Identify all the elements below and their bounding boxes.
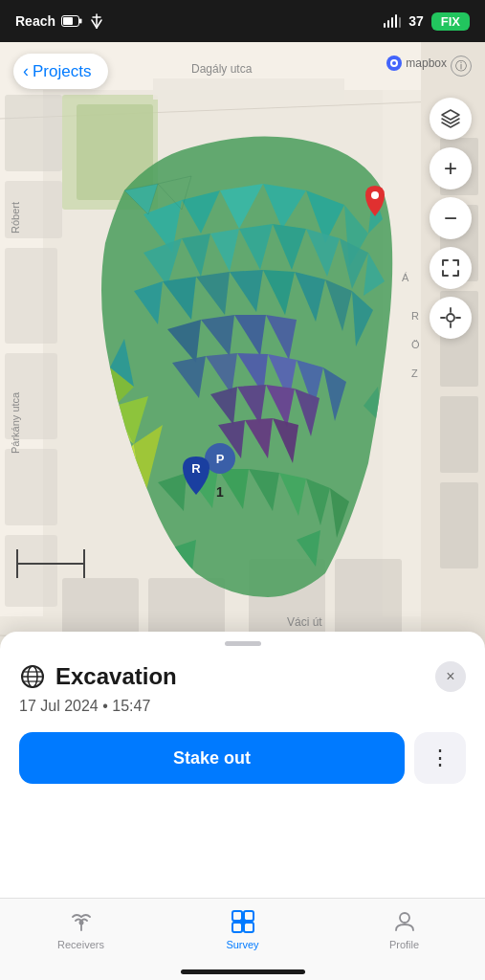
- marker-1: 1: [216, 484, 224, 500]
- map-svg: Dagály utca Róbert Párkány utca Váci út …: [0, 42, 485, 674]
- zoom-out-button[interactable]: −: [430, 197, 472, 239]
- back-label: Projects: [33, 62, 91, 81]
- profile-tab-label: Profile: [389, 939, 419, 950]
- svg-text:R: R: [411, 310, 419, 322]
- status-left: Reach: [15, 12, 105, 30]
- excavation-icon: [19, 663, 46, 690]
- map-container[interactable]: Dagály utca Róbert Párkány utca Váci út …: [0, 42, 485, 674]
- svg-text:1: 1: [216, 484, 224, 500]
- mapbox-label: mapbox: [406, 56, 447, 70]
- svg-point-132: [400, 913, 409, 923]
- antenna-icon: [88, 12, 105, 30]
- profile-tab-icon: [391, 908, 418, 935]
- svg-rect-126: [244, 911, 254, 921]
- app-name: Reach: [15, 13, 55, 29]
- signal-count: 37: [408, 13, 424, 29]
- svg-text:Z: Z: [411, 368, 418, 379]
- svg-text:Váci út: Váci út: [287, 615, 322, 629]
- svg-rect-2: [79, 19, 82, 24]
- svg-rect-33: [335, 559, 402, 635]
- frame-icon: [440, 257, 461, 278]
- panel-content: Excavation × 17 Jul 2024 • 15:47 Stake o…: [0, 646, 485, 784]
- fit-bounds-button[interactable]: [430, 247, 472, 289]
- svg-rect-23: [153, 78, 344, 100]
- more-icon: ⋮: [430, 746, 451, 770]
- panel-title: Excavation: [55, 663, 177, 690]
- layers-icon: [440, 108, 461, 129]
- stake-out-button[interactable]: Stake out: [19, 732, 405, 784]
- home-indicator: [181, 969, 305, 974]
- svg-point-113: [447, 314, 454, 322]
- status-bar: Reach 37 FIX: [0, 0, 485, 42]
- location-icon: [440, 307, 461, 328]
- map-controls: + −: [430, 98, 472, 339]
- svg-text:P: P: [216, 452, 225, 466]
- fix-badge: FIX: [431, 12, 470, 31]
- svg-rect-28: [440, 396, 478, 473]
- svg-rect-15: [5, 95, 62, 171]
- tab-receivers[interactable]: Receivers: [0, 908, 162, 950]
- svg-rect-29: [440, 482, 478, 568]
- survey-tab-icon: [230, 908, 256, 935]
- plus-icon: +: [444, 155, 457, 182]
- mapbox-logo: mapbox: [386, 56, 447, 71]
- panel-actions: Stake out ⋮: [19, 732, 466, 784]
- svg-rect-17: [5, 248, 57, 344]
- bottom-panel: Excavation × 17 Jul 2024 • 15:47 Stake o…: [0, 632, 485, 898]
- back-button[interactable]: ‹ Projects: [13, 54, 108, 89]
- battery-icon: [61, 15, 82, 27]
- mapbox-icon: [386, 56, 402, 71]
- close-icon: ×: [446, 668, 454, 685]
- panel-header: Excavation ×: [19, 661, 466, 692]
- close-button[interactable]: ×: [435, 661, 466, 692]
- svg-rect-127: [232, 923, 242, 932]
- svg-rect-125: [232, 911, 242, 921]
- svg-rect-20: [5, 535, 57, 607]
- survey-tab-label: Survey: [226, 939, 258, 950]
- signal-icon: [384, 14, 401, 28]
- svg-text:R: R: [191, 461, 201, 476]
- svg-point-112: [392, 61, 396, 65]
- svg-text:Párkány utca: Párkány utca: [10, 391, 21, 454]
- tab-survey[interactable]: Survey: [162, 908, 323, 950]
- svg-text:Á: Á: [402, 272, 409, 283]
- zoom-in-button[interactable]: +: [430, 147, 472, 189]
- layers-button[interactable]: [430, 98, 472, 140]
- tab-bar: Receivers Survey Profile: [0, 898, 485, 980]
- more-options-button[interactable]: ⋮: [414, 732, 466, 784]
- svg-text:Dagály utca: Dagály utca: [191, 62, 253, 76]
- svg-text:Ö: Ö: [411, 339, 420, 350]
- minus-icon: −: [444, 205, 457, 232]
- receivers-tab-label: Receivers: [57, 939, 104, 950]
- svg-text:Róbert: Róbert: [10, 202, 21, 234]
- tab-profile[interactable]: Profile: [323, 908, 485, 950]
- svg-point-102: [371, 191, 379, 199]
- my-location-button[interactable]: [430, 297, 472, 339]
- svg-rect-1: [63, 17, 73, 25]
- svg-rect-19: [5, 449, 57, 525]
- panel-title-row: Excavation: [19, 663, 177, 690]
- status-right: 37 FIX: [384, 12, 470, 31]
- panel-date: 17 Jul 2024 • 15:47: [19, 698, 466, 715]
- receivers-tab-icon: [68, 908, 95, 935]
- globe-icon: [20, 664, 45, 689]
- mapbox-info-button[interactable]: ⓘ: [451, 56, 472, 77]
- back-chevron-icon: ‹: [23, 61, 29, 81]
- stake-out-label: Stake out: [173, 748, 251, 768]
- svg-rect-128: [244, 923, 254, 932]
